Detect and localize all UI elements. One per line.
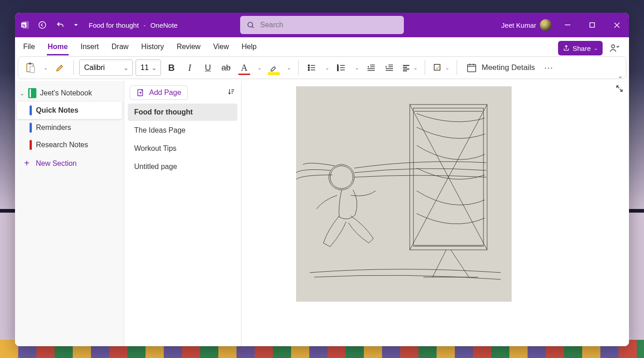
underline-button[interactable]: U	[200, 60, 216, 76]
undo-button[interactable]	[53, 18, 68, 32]
tab-draw[interactable]: Draw	[111, 39, 129, 55]
svg-point-24	[329, 164, 354, 190]
minimize-button[interactable]	[557, 16, 578, 34]
format-painter-button[interactable]	[52, 60, 68, 76]
tab-review[interactable]: Review	[176, 39, 201, 55]
svg-text:N: N	[22, 23, 25, 28]
add-page-label: Add Page	[149, 89, 181, 97]
section-panel: ⌄ Jeet's Notebook Quick Notes Reminders …	[15, 81, 124, 346]
chevron-down-icon: ⌄	[594, 45, 598, 51]
new-section-button[interactable]: + New Section	[15, 154, 124, 173]
font-size-select[interactable]: 11	[136, 60, 161, 76]
svg-rect-5	[565, 25, 570, 25]
bullet-list-button[interactable]	[304, 60, 320, 76]
maximize-button[interactable]	[582, 16, 603, 34]
svg-point-7	[612, 45, 615, 48]
page-panel: Add Page Food for thought The Ideas Page…	[124, 81, 241, 346]
ribbon-tabs: File Home Insert Draw History Review Vie…	[15, 37, 629, 55]
user-name: Jeet Kumar	[501, 21, 536, 29]
share-label: Share	[573, 45, 591, 52]
section-label: Reminders	[36, 124, 71, 132]
svg-rect-6	[590, 23, 594, 27]
section-label: Research Notes	[36, 141, 88, 149]
font-color-dropdown[interactable]	[255, 60, 263, 76]
onenote-app-icon: N	[20, 19, 31, 31]
paste-dropdown[interactable]	[41, 60, 50, 76]
share-button[interactable]: Share ⌄	[558, 41, 603, 55]
fullscreen-button[interactable]	[615, 85, 624, 94]
search-box[interactable]	[240, 16, 404, 34]
bold-button[interactable]: B	[164, 60, 179, 76]
notebook-icon	[28, 88, 36, 98]
section-color-icon	[30, 123, 32, 133]
search-input[interactable]	[260, 21, 397, 29]
avatar	[540, 19, 552, 31]
font-name-select[interactable]: Calibri	[79, 60, 133, 76]
content-area: ⌄ Jeet's Notebook Quick Notes Reminders …	[15, 81, 629, 346]
meeting-details-button[interactable]: Meeting Details	[463, 60, 538, 76]
svg-rect-9	[29, 63, 31, 65]
outdent-button[interactable]	[363, 60, 379, 76]
highlight-dropdown[interactable]	[284, 60, 293, 76]
qat-dropdown[interactable]	[71, 18, 80, 32]
close-button[interactable]	[606, 16, 627, 34]
numbered-list-button[interactable]: 123	[334, 60, 349, 76]
inserted-image[interactable]	[296, 86, 512, 302]
calendar-icon	[466, 62, 477, 73]
section-reminders[interactable]: Reminders	[17, 119, 122, 136]
svg-point-11	[308, 65, 310, 66]
section-color-icon	[30, 140, 32, 150]
notebook-selector[interactable]: ⌄ Jeet's Notebook	[15, 85, 124, 102]
share-icon	[563, 45, 570, 52]
plus-icon: +	[24, 158, 30, 169]
svg-point-4	[248, 22, 253, 27]
window-title: Food for thought - OneNote	[89, 21, 177, 29]
user-account[interactable]: Jeet Kumar	[501, 19, 553, 31]
indent-button[interactable]	[382, 60, 397, 76]
font-color-button[interactable]: A	[236, 60, 252, 76]
italic-button[interactable]: I	[182, 60, 197, 76]
title-separator: -	[143, 21, 146, 29]
page-item[interactable]: Untitled page	[128, 158, 237, 175]
align-button[interactable]	[400, 60, 419, 76]
numbered-list-dropdown[interactable]	[352, 60, 361, 76]
tab-view[interactable]: View	[212, 39, 230, 55]
svg-point-13	[308, 70, 310, 71]
section-quick-notes[interactable]: Quick Notes	[17, 102, 122, 119]
more-options-button[interactable]: ⋯	[541, 60, 557, 76]
strikethrough-button[interactable]: ab	[218, 60, 234, 76]
tab-home[interactable]: Home	[47, 39, 69, 55]
tab-history[interactable]: History	[141, 39, 165, 55]
page-item[interactable]: Food for thought	[128, 104, 237, 121]
svg-point-25	[330, 166, 353, 189]
page-item[interactable]: The Ideas Page	[128, 122, 237, 139]
section-color-icon	[30, 105, 32, 115]
chevron-down-icon: ⌄	[20, 90, 25, 97]
svg-point-3	[39, 22, 46, 29]
sketch-illustration	[296, 86, 512, 302]
document-name: Food for thought	[89, 21, 139, 29]
app-name: OneNote	[150, 21, 177, 29]
add-page-icon	[136, 89, 145, 97]
meeting-details-label: Meeting Details	[482, 63, 535, 72]
svg-rect-18	[468, 65, 476, 72]
tab-file[interactable]: File	[22, 39, 36, 55]
svg-point-12	[308, 67, 310, 69]
highlight-button[interactable]	[266, 60, 282, 76]
tab-insert[interactable]: Insert	[80, 39, 100, 55]
sort-pages-button[interactable]	[227, 88, 236, 98]
section-research-notes[interactable]: Research Notes	[17, 136, 122, 154]
tab-help[interactable]: Help	[241, 39, 257, 55]
add-page-button[interactable]: Add Page	[130, 85, 188, 100]
toolbar: Calibri 11 B I U ab A 123	[18, 56, 626, 79]
paste-button[interactable]	[23, 60, 38, 76]
note-canvas[interactable]	[241, 81, 629, 346]
coauthor-icon[interactable]	[607, 41, 622, 55]
tags-button[interactable]	[431, 60, 451, 76]
back-button[interactable]	[35, 18, 50, 32]
collapse-ribbon-button[interactable]: ⌄	[618, 72, 623, 80]
page-item[interactable]: Workout Tips	[128, 140, 237, 157]
svg-text:3: 3	[337, 69, 339, 71]
bullet-list-dropdown[interactable]	[322, 60, 331, 76]
titlebar: N Food for thought - OneNote Jeet Kumar	[15, 13, 629, 37]
